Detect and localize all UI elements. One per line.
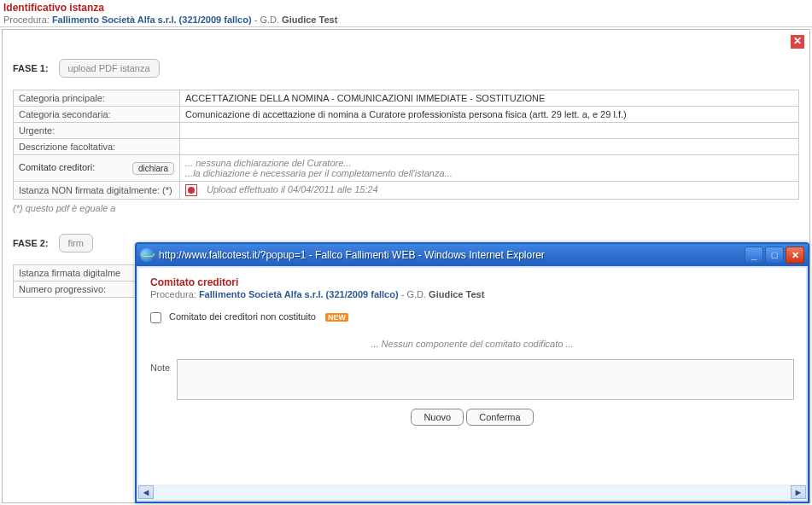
comitato-text2: ...la dichiazione è necessaria per il co… — [185, 168, 453, 178]
comitato-non-costituito-checkbox[interactable] — [150, 312, 161, 323]
fase1-table: Categoria principale: ACCETTAZIONE DELLA… — [13, 90, 799, 200]
cat-princ-value: ACCETTAZIONE DELLA NOMINA - COMUNICAZION… — [180, 90, 799, 107]
istanza-text: Upload effettuato il 04/04/2011 alle 15:… — [207, 184, 378, 194]
page-title: Identificativo istanza — [3, 2, 809, 14]
fase1-label: FASE 1: — [13, 63, 49, 73]
dichiara-button[interactable]: dichiara — [132, 162, 174, 175]
popup-procedure-line: Procedura: Fallimento Società Alfa s.r.l… — [150, 289, 794, 299]
procedure-line: Procedura: Fallimento Società Alfa s.r.l… — [3, 15, 809, 25]
close-icon[interactable]: ✕ — [791, 35, 804, 49]
comitato-value: ... nessuna dichiarazione del Curatore..… — [180, 155, 799, 182]
procedure-label: Procedura: — [3, 15, 50, 25]
new-badge: NEW — [325, 313, 348, 322]
footnote: (*) questo pdf è eguale a — [13, 203, 799, 213]
scroll-right-icon[interactable]: ► — [791, 485, 806, 499]
descr-label: Descrizione facoltativa: — [14, 139, 180, 155]
scroll-left-icon[interactable]: ◄ — [138, 485, 154, 499]
gd-value: Giudice Test — [282, 15, 337, 25]
descr-value — [180, 139, 799, 155]
note-row: Note — [150, 359, 794, 400]
note-textarea[interactable] — [177, 359, 794, 400]
popup-gd-label: - G.D. — [401, 289, 426, 299]
titlebar[interactable]: http://www.fallcotest.it/?popup=1 - Fall… — [137, 244, 808, 266]
nuovo-button[interactable]: Nuovo — [411, 409, 464, 426]
comitato-label: Comitato creditori: dichiara — [14, 155, 180, 182]
checkbox-label: Comitato dei creditori non costituito — [169, 311, 316, 322]
procedure-value: Fallimento Società Alfa s.r.l. (321/2009… — [52, 15, 252, 25]
popup-proc-value: Fallimento Società Alfa s.r.l. (321/2009… — [199, 289, 399, 299]
fase1-row: FASE 1: upload PDF istanza — [13, 59, 799, 78]
popup-window: http://www.fallcotest.it/?popup=1 - Fall… — [135, 242, 809, 503]
pdf-icon[interactable] — [185, 184, 197, 196]
fase2-button[interactable]: firm — [59, 234, 93, 252]
cat-sec-value: Comunicazione di accettazione di nomina … — [180, 107, 799, 123]
istanza-label: Istanza NON firmata digitalmente: (*) — [14, 182, 180, 200]
popup-gd-value: Giudice Test — [429, 289, 484, 299]
gd-label: - G.D. — [254, 15, 279, 25]
urgente-label: Urgente: — [14, 123, 180, 139]
main-header: Identificativo istanza Procedura: Fallim… — [0, 0, 812, 27]
close-window-button[interactable]: ✕ — [786, 247, 804, 264]
cat-sec-label: Categoria secondaria: — [14, 107, 180, 123]
urgente-value — [180, 123, 799, 139]
note-label: Note — [150, 359, 170, 373]
maximize-button[interactable]: □ — [765, 247, 784, 264]
upload-pdf-button[interactable]: upload PDF istanza — [59, 59, 160, 78]
conferma-button[interactable]: Conferma — [466, 409, 533, 426]
ie-icon — [140, 248, 154, 262]
comitato-text1: ... nessuna dichiarazione del Curatore..… — [185, 158, 351, 168]
checkbox-row: Comitato dei creditori non costituito NE… — [150, 311, 794, 323]
istanza-value: Upload effettuato il 04/04/2011 alle 15:… — [180, 182, 799, 200]
popup-proc-label: Procedura: — [150, 289, 196, 299]
window-title: http://www.fallcotest.it/?popup=1 - Fall… — [159, 249, 745, 261]
empty-message: ... Nessun componente del comitato codif… — [150, 339, 794, 349]
cat-princ-label: Categoria principale: — [14, 90, 180, 107]
fase2-label: FASE 2: — [13, 238, 49, 248]
scroll-track[interactable] — [154, 485, 791, 499]
popup-body: Comitato creditori Procedura: Fallimento… — [138, 268, 806, 486]
minimize-button[interactable]: _ — [745, 247, 763, 264]
popup-section-title: Comitato creditori — [150, 276, 794, 288]
horizontal-scrollbar[interactable]: ◄ ► — [138, 485, 806, 500]
